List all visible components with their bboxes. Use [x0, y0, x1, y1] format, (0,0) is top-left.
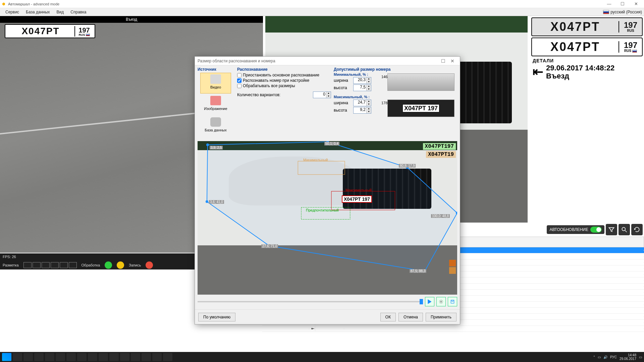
- autoupdate-toggle[interactable]: АВТООБНОВЛЕНИЕ: [547, 225, 604, 234]
- preview-area[interactable]: 3,9; 2,5 50,1; 0,4 80,8; 17,9 100,0; 48,…: [198, 141, 457, 295]
- image-icon: [210, 96, 221, 105]
- variants-label: Количество вариантов:: [237, 93, 280, 97]
- plate-overlay-region: 197: [75, 27, 93, 34]
- dialog-title: Размер области распознавания и номера: [198, 59, 438, 63]
- apply-button[interactable]: Применить: [426, 313, 457, 321]
- switch-icon: [590, 227, 602, 233]
- recognition-settings-dialog: Размер области распознавания и номера ☐ …: [195, 56, 460, 324]
- checkbox-pause[interactable]: Приостановить основное распознавание: [237, 73, 331, 77]
- fps-label: FPS: 26: [3, 255, 16, 259]
- table-row[interactable]: ⇤: [262, 326, 644, 332]
- tray-notifications-icon[interactable]: ▭: [639, 355, 642, 359]
- details-heading: ДЕТАЛИ: [533, 58, 641, 63]
- menu-help[interactable]: Справка: [67, 9, 90, 15]
- max-height-input[interactable]: 9,2▲▼: [353, 107, 371, 114]
- svg-point-0: [622, 227, 625, 231]
- detected-plate: X047PT 197: [342, 195, 372, 203]
- filter-button[interactable]: [606, 224, 617, 235]
- close-button[interactable]: ✕: [629, 0, 643, 8]
- window-titlebar: Автомаршал - advanced mode — ☐ ✕: [0, 0, 644, 8]
- refresh-button[interactable]: [631, 224, 643, 235]
- min-height-input[interactable]: 7,5▲▼: [353, 84, 371, 91]
- recognized-2: X047PT19: [426, 151, 456, 158]
- plate-recognized: X047PT 197RUS: [531, 38, 643, 56]
- tray-network-icon[interactable]: ▭: [598, 355, 601, 359]
- max-width-input[interactable]: 24,7▲▼: [353, 100, 371, 106]
- min-width-input[interactable]: 20,3▲▼: [353, 77, 371, 84]
- recognized-1: X047PT197: [423, 143, 456, 150]
- dialog-titlebar[interactable]: Размер области распознавания и номера ☐ …: [195, 57, 460, 65]
- window-title: Автомаршал - advanced mode: [8, 2, 602, 6]
- plate-overlay-main: X047PT: [7, 26, 74, 36]
- layout-icons[interactable]: [23, 262, 77, 268]
- start-button[interactable]: [2, 353, 11, 361]
- windows-taskbar[interactable]: ˄ ▭ 🔊 РУС 14:4829.06.2017 ▭: [0, 352, 644, 362]
- group-dimensions: Допустимый размер номера: [334, 67, 454, 71]
- pause-icon[interactable]: [117, 261, 124, 269]
- language-label: русский (Россия): [610, 10, 642, 14]
- menu-bar: Сервис База данных Вид Справка русский (…: [0, 8, 644, 16]
- language-selector[interactable]: русский (Россия): [603, 10, 642, 14]
- tab-processing[interactable]: Обработка: [82, 263, 100, 267]
- details-direction: Въезд: [546, 72, 614, 80]
- svg-rect-13: [451, 300, 454, 303]
- max-label: Максимальный, % :: [334, 95, 454, 99]
- search-button[interactable]: [619, 224, 630, 235]
- camera-icon: [210, 74, 221, 84]
- flag-ru-icon: [86, 34, 90, 36]
- menu-view[interactable]: Вид: [53, 9, 67, 15]
- source-video[interactable]: Видео: [200, 73, 231, 94]
- dialog-maximize-button[interactable]: ☐: [438, 58, 448, 64]
- ok-button[interactable]: ОК: [380, 313, 396, 321]
- svg-point-12: [440, 301, 442, 302]
- flag-ru-icon: [632, 50, 637, 53]
- min-thumbnail: [387, 73, 454, 91]
- source-image[interactable]: Изображение: [200, 94, 231, 115]
- default-button[interactable]: По умолчанию: [198, 313, 235, 321]
- database-icon: [210, 117, 221, 127]
- max-thumbnail: X047PT 197: [387, 100, 454, 117]
- play-icon[interactable]: [105, 261, 112, 269]
- group-source: Источник: [198, 67, 234, 71]
- dialog-close-button[interactable]: ✕: [448, 58, 457, 64]
- flag-ru-icon: [603, 10, 609, 14]
- svg-point-2: [206, 143, 209, 146]
- video-title: Въезд: [0, 16, 263, 23]
- color-palette[interactable]: [448, 259, 457, 275]
- tray-volume-icon[interactable]: 🔊: [603, 355, 607, 359]
- cancel-button[interactable]: Отмена: [398, 313, 423, 321]
- variants-input[interactable]: 0▲▼: [313, 92, 331, 98]
- plate-captured: X047PT 197RUS: [531, 17, 643, 36]
- preview-save-button[interactable]: [448, 297, 457, 306]
- group-recognition: Распознавание: [237, 67, 331, 71]
- preview-settings-button[interactable]: [436, 297, 446, 306]
- maximize-button[interactable]: ☐: [616, 0, 629, 8]
- svg-point-8: [206, 200, 208, 203]
- tray-lang[interactable]: РУС: [610, 355, 617, 359]
- menu-database[interactable]: База данных: [22, 9, 53, 15]
- plate-overlay: X047PT 197 RUS: [5, 24, 95, 38]
- tray-chevron-icon[interactable]: ˄: [593, 355, 595, 359]
- tray-clock[interactable]: 14:4829.06.2017: [620, 353, 636, 361]
- preview-play-button[interactable]: [425, 297, 434, 306]
- record-icon[interactable]: [146, 261, 153, 269]
- roi-polygon[interactable]: [198, 141, 457, 288]
- preview-slider[interactable]: [198, 301, 423, 302]
- details-datetime: 29.06.2017 14:48:22: [546, 64, 614, 72]
- checkbox-allsizes[interactable]: Обрабатывать все размеры: [237, 83, 331, 88]
- tab-layout[interactable]: Разметка: [3, 263, 19, 267]
- source-database[interactable]: База данных: [200, 116, 231, 136]
- menu-service[interactable]: Сервис: [2, 9, 22, 15]
- checkbox-onsetup[interactable]: Распознавать номер при настройке: [237, 78, 331, 83]
- taskbar-app[interactable]: [13, 353, 22, 361]
- minimize-button[interactable]: —: [602, 0, 616, 8]
- tab-record[interactable]: Запись: [129, 263, 141, 267]
- app-icon: [1, 2, 6, 6]
- exit-arrow-icon: ⇤: [533, 64, 543, 79]
- system-tray[interactable]: ˄ ▭ 🔊 РУС 14:4829.06.2017 ▭: [593, 353, 642, 361]
